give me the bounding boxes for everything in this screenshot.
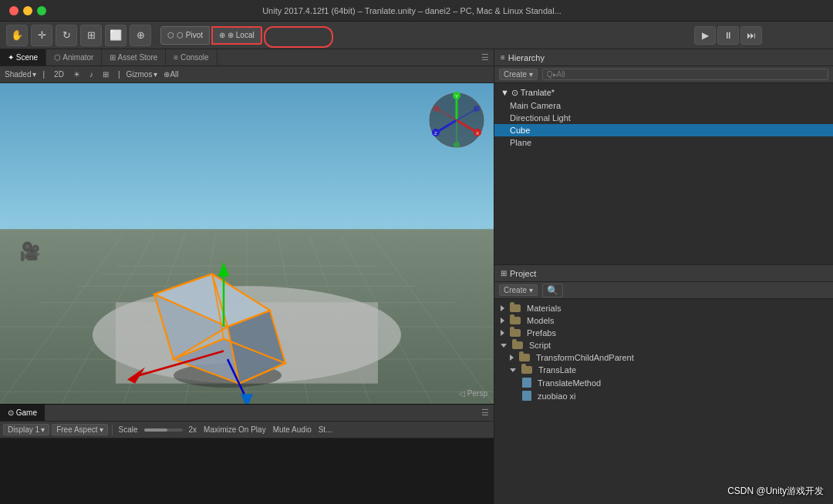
tab-animator[interactable]: ⬡ Animator <box>46 49 102 66</box>
project-title: Project <box>510 269 536 278</box>
project-content: Materials Models Prefabs Script <box>494 299 833 504</box>
game-tabs: ⊙ Game ☰ <box>0 405 494 422</box>
shaded-dropdown[interactable]: Shaded ▾ <box>5 70 36 79</box>
watermark: CSDN @Unity游戏开发 <box>727 485 824 498</box>
hierarchy-search[interactable]: Q▸All <box>542 69 828 80</box>
hierarchy-item-plane[interactable]: Plane <box>494 136 833 149</box>
tri-right-materials <box>501 305 504 311</box>
tab-console[interactable]: ≡ Console <box>166 49 217 66</box>
right-panel: ≡ Hierarchy Create ▾ Q▸All ▼ ⊙ Tranlate*… <box>494 49 833 504</box>
hierarchy-item-root[interactable]: ▼ ⊙ Tranlate* <box>494 86 833 99</box>
search-all[interactable]: ⊕All <box>160 70 181 79</box>
models-label: Models <box>527 316 554 325</box>
hierarchy-toolbar: Create ▾ Q▸All <box>494 66 833 83</box>
project-create-button[interactable]: Create ▾ <box>499 284 538 296</box>
maximize-button[interactable] <box>37 6 46 15</box>
transform-tool[interactable]: ⊕ <box>130 25 151 46</box>
perspective-label: ◁ Persp <box>459 389 487 398</box>
zuobiao-file-icon <box>522 391 531 401</box>
project-toolbar: Create ▾ 🔍 <box>494 282 833 299</box>
project-section: ⊞ Project Create ▾ 🔍 Materials Model <box>494 265 833 504</box>
materials-folder-icon <box>510 304 521 312</box>
project-item-materials[interactable]: Materials <box>494 302 833 314</box>
gizmos-dropdown[interactable]: Gizmos ▾ <box>126 70 158 79</box>
hierarchy-item-main-camera[interactable]: Main Camera <box>494 99 833 112</box>
aspect-chevron: ▾ <box>99 425 103 434</box>
move-tool[interactable]: ✛ <box>31 25 52 46</box>
hierarchy-content: ▼ ⊙ Tranlate* Main Camera Directional Li… <box>494 83 833 264</box>
separator-1: | <box>39 70 48 79</box>
pause-button[interactable]: ⏸ <box>717 26 739 45</box>
script-label: Script <box>529 341 551 350</box>
hierarchy-section: ≡ Hierarchy Create ▾ Q▸All ▼ ⊙ Tranlate*… <box>494 49 833 265</box>
project-item-translate-method[interactable]: TranslateMethod <box>494 376 833 389</box>
console-tab-label: ≡ Console <box>174 53 208 62</box>
tab-asset-store[interactable]: ⊞ Asset Store <box>102 49 166 66</box>
hierarchy-search-placeholder: Q▸All <box>547 70 565 79</box>
play-controls: ▶ ⏸ ⏭ <box>694 26 762 45</box>
plane-label: Plane <box>510 138 531 147</box>
local-label: ⊕ Local <box>228 31 255 39</box>
project-item-translate[interactable]: TransLate <box>494 364 833 376</box>
hand-tool[interactable]: ✋ <box>6 25 28 46</box>
hierarchy-item-cube[interactable]: Cube <box>494 124 833 136</box>
hierarchy-create-label: Create ▾ <box>504 70 533 79</box>
game-section: ⊙ Game ☰ Display 1 ▾ Free Aspect ▾ Scale <box>0 404 494 504</box>
tab-game[interactable]: ⊙ Game <box>0 405 45 421</box>
tab-scene[interactable]: ✦ Scene <box>0 49 46 66</box>
translate-folder-icon <box>521 366 532 374</box>
directional-light-label: Directional Light <box>510 113 571 123</box>
toolbar: ✋ ✛ ↻ ⊞ ⬜ ⊕ ⬡ ⬡ Pivot ⊕ ⊕ Local ▶ ⏸ ⏭ <box>0 22 833 49</box>
separator-2: | <box>115 70 123 79</box>
hierarchy-create-button[interactable]: Create ▾ <box>499 69 538 80</box>
fx-icon[interactable]: ⊞ <box>99 70 112 79</box>
rect-tool[interactable]: ⬜ <box>105 25 126 46</box>
scene-tab-menu[interactable]: ☰ <box>477 49 494 66</box>
2d-button[interactable]: 2D <box>51 70 67 79</box>
translate-method-label: TranslateMethod <box>538 378 601 388</box>
aspect-dropdown[interactable]: Free Aspect ▾ <box>52 424 107 435</box>
project-search-button[interactable]: 🔍 <box>542 284 563 297</box>
display-dropdown[interactable]: Display 1 ▾ <box>3 424 49 435</box>
tranlate-label: ▼ ⊙ Tranlate* <box>501 88 555 98</box>
aspect-label: Free Aspect <box>56 425 97 434</box>
game-viewport <box>0 438 494 504</box>
tri-right-models <box>501 318 504 324</box>
project-item-prefabs[interactable]: Prefabs <box>494 327 833 339</box>
tri-right-transform <box>510 354 514 361</box>
step-button[interactable]: ⏭ <box>740 26 762 45</box>
rotate-tool[interactable]: ↻ <box>56 25 77 46</box>
tri-right-prefabs <box>501 330 504 336</box>
scene-viewport[interactable]: 🎥 Y X Z <box>0 83 494 404</box>
game-tab-menu[interactable]: ☰ <box>477 405 494 421</box>
audio-icon[interactable]: ♪ <box>86 70 96 79</box>
svg-text:🎥: 🎥 <box>19 241 41 263</box>
stats-btn[interactable]: St... <box>316 425 335 434</box>
close-button[interactable] <box>9 6 19 15</box>
project-item-zuobiao[interactable]: zuobiao xi <box>494 389 833 402</box>
svg-text:Z: Z <box>434 131 437 136</box>
minimize-button[interactable] <box>23 6 32 15</box>
mute-audio[interactable]: Mute Audio <box>271 425 314 434</box>
lighting-icon[interactable]: ☀ <box>70 70 83 79</box>
project-item-models[interactable]: Models <box>494 314 833 327</box>
scale-value: 2x <box>187 425 200 434</box>
zuobiao-label: zuobiao xi <box>538 391 576 401</box>
shaded-chevron: ▾ <box>32 70 36 79</box>
local-button[interactable]: ⊕ ⊕ Local <box>211 26 262 45</box>
svg-rect-0 <box>0 83 494 230</box>
project-item-script[interactable]: Script <box>494 339 833 351</box>
shaded-label: Shaded <box>5 70 31 79</box>
play-button[interactable]: ▶ <box>694 26 716 45</box>
pivot-button[interactable]: ⬡ ⬡ Pivot <box>160 26 210 45</box>
scene-tab-label: ✦ Scene <box>8 53 38 62</box>
hierarchy-header: ≡ Hierarchy <box>494 49 833 66</box>
script-folder-icon <box>512 341 523 349</box>
project-header: ⊞ Project <box>494 265 833 282</box>
maximize-on-play[interactable]: Maximize On Play <box>201 425 268 434</box>
translate-label: TransLate <box>538 365 576 375</box>
project-item-transform-child[interactable]: TransformChildAndParent <box>494 351 833 364</box>
pivot-local-group: ⬡ ⬡ Pivot ⊕ ⊕ Local <box>160 26 262 45</box>
hierarchy-item-directional-light[interactable]: Directional Light <box>494 112 833 124</box>
scale-tool[interactable]: ⊞ <box>80 25 102 46</box>
